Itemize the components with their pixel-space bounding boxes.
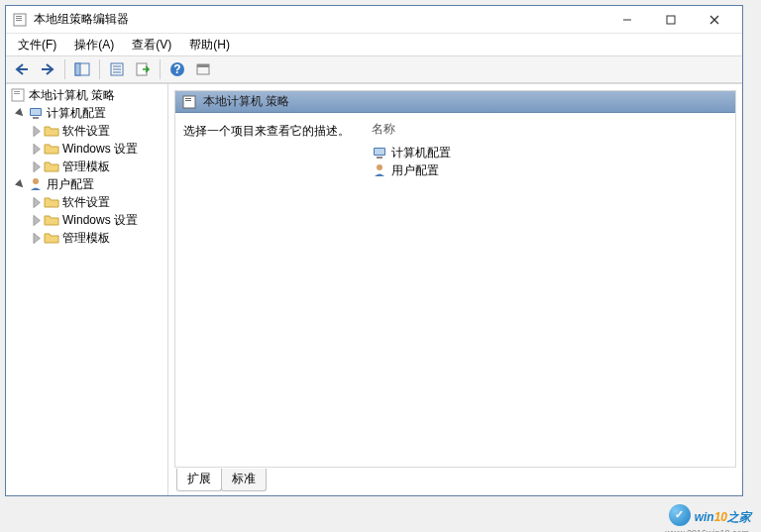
watermark-url: www.2016win10.com — [665, 528, 749, 532]
folder-icon — [44, 159, 59, 174]
content-inner: 选择一个项目来查看它的描述。 名称 计算机配置 用户配置 — [175, 113, 735, 467]
content-title: 本地计算机 策略 — [203, 93, 289, 110]
svg-rect-1 — [16, 16, 22, 17]
expand-icon[interactable] — [30, 214, 43, 227]
properties-button[interactable] — [105, 58, 129, 80]
tree-label: Windows 设置 — [62, 212, 138, 229]
tab-strip: 扩展 标准 — [168, 468, 742, 491]
watermark: ✓ win10之家 — [669, 503, 751, 526]
tree-label: 软件设置 — [62, 123, 110, 140]
menu-help[interactable]: 帮助(H) — [183, 35, 236, 55]
tree-software-settings[interactable]: 软件设置 — [6, 193, 167, 211]
watermark-brand-b: 10 — [714, 510, 727, 524]
description-text: 选择一个项目来查看它的描述。 — [183, 124, 350, 138]
folder-icon — [44, 230, 59, 246]
tree-user-config[interactable]: 用户配置 — [6, 175, 167, 193]
filter-button[interactable] — [191, 58, 215, 80]
export-button[interactable] — [131, 58, 155, 80]
collapse-icon[interactable] — [14, 107, 27, 120]
svg-point-32 — [377, 164, 382, 170]
svg-rect-9 — [75, 63, 80, 75]
maximize-button[interactable] — [649, 7, 693, 33]
menu-action[interactable]: 操作(A) — [68, 35, 120, 55]
expand-icon[interactable] — [30, 160, 43, 173]
app-window: 本地组策略编辑器 文件(F) 操作(A) 查看(V) 帮助(H) — [5, 5, 743, 496]
close-button[interactable] — [693, 7, 736, 33]
svg-rect-26 — [183, 96, 195, 108]
toolbar-separator — [64, 59, 65, 79]
svg-text:?: ? — [173, 62, 180, 76]
expand-icon[interactable] — [30, 143, 43, 156]
list-label: 计算机配置 — [391, 145, 451, 161]
expand-icon[interactable] — [30, 196, 43, 209]
svg-rect-28 — [185, 100, 191, 101]
client-area: 本地计算机 策略 计算机配置 软件设置 Windows 设置 — [6, 83, 742, 495]
forward-button[interactable] — [36, 58, 59, 80]
policy-icon — [10, 87, 26, 103]
folder-icon — [44, 123, 59, 139]
computer-icon — [28, 105, 44, 121]
tree-label: 管理模板 — [62, 159, 110, 175]
collapse-icon[interactable] — [14, 178, 27, 191]
tree-label: 计算机配置 — [47, 105, 106, 122]
toolbar-separator — [99, 59, 100, 79]
show-hide-tree-button[interactable] — [70, 58, 94, 80]
svg-point-25 — [33, 178, 39, 184]
svg-rect-3 — [16, 20, 22, 21]
menubar: 文件(F) 操作(A) 查看(V) 帮助(H) — [6, 34, 742, 55]
svg-rect-31 — [377, 157, 382, 159]
tree-label: 本地计算机 策略 — [29, 87, 115, 104]
user-icon — [28, 176, 44, 192]
expand-icon[interactable] — [30, 232, 43, 245]
svg-rect-24 — [33, 117, 39, 119]
svg-rect-20 — [14, 91, 20, 92]
toolbar: ? — [6, 55, 742, 83]
svg-rect-5 — [667, 16, 675, 24]
svg-rect-23 — [31, 109, 41, 115]
minimize-button[interactable] — [605, 7, 649, 33]
tree-label: Windows 设置 — [62, 141, 138, 158]
tree-label: 管理模板 — [62, 230, 110, 247]
watermark-brand-a: win — [695, 510, 714, 524]
menu-view[interactable]: 查看(V) — [126, 35, 177, 55]
computer-icon — [372, 145, 387, 160]
help-button[interactable]: ? — [165, 58, 189, 80]
titlebar: 本地组策略编辑器 — [6, 6, 742, 34]
tree-pane[interactable]: 本地计算机 策略 计算机配置 软件设置 Windows 设置 — [6, 84, 168, 495]
svg-rect-21 — [14, 93, 20, 94]
svg-rect-18 — [197, 64, 209, 67]
description-column: 选择一个项目来查看它的描述。 — [175, 113, 364, 467]
tree-computer-config[interactable]: 计算机配置 — [6, 104, 167, 122]
expand-icon[interactable] — [30, 125, 43, 138]
back-button[interactable] — [10, 58, 34, 80]
tree-label: 用户配置 — [47, 176, 94, 193]
content-body: 本地计算机 策略 选择一个项目来查看它的描述。 名称 计算机配置 — [174, 90, 736, 468]
folder-icon — [44, 141, 59, 157]
tree-admin-templates[interactable]: 管理模板 — [6, 158, 167, 175]
folder-icon — [44, 212, 59, 228]
svg-rect-2 — [16, 18, 22, 19]
tab-extended[interactable]: 扩展 — [176, 469, 222, 491]
user-icon — [372, 162, 387, 178]
window-title: 本地组策略编辑器 — [34, 11, 605, 28]
watermark-text: win10之家 — [695, 503, 751, 526]
tree-software-settings[interactable]: 软件设置 — [6, 122, 167, 140]
menu-file[interactable]: 文件(F) — [12, 35, 62, 55]
watermark-brand-c: 之家 — [727, 510, 751, 524]
tree-label: 软件设置 — [62, 194, 110, 211]
toolbar-separator — [160, 59, 161, 79]
svg-rect-19 — [12, 89, 24, 101]
watermark-logo-icon: ✓ — [669, 504, 691, 526]
list-item-user-config[interactable]: 用户配置 — [370, 161, 729, 179]
folder-icon — [44, 194, 59, 210]
tree-admin-templates[interactable]: 管理模板 — [6, 229, 167, 247]
tree-windows-settings[interactable]: Windows 设置 — [6, 140, 167, 158]
svg-rect-30 — [375, 149, 384, 155]
list-item-computer-config[interactable]: 计算机配置 — [370, 144, 729, 161]
svg-rect-27 — [185, 98, 191, 99]
column-header-name[interactable]: 名称 — [370, 117, 729, 144]
policy-icon — [181, 94, 197, 110]
tree-root[interactable]: 本地计算机 策略 — [6, 86, 167, 104]
tree-windows-settings[interactable]: Windows 设置 — [6, 211, 167, 229]
tab-standard[interactable]: 标准 — [221, 469, 267, 491]
